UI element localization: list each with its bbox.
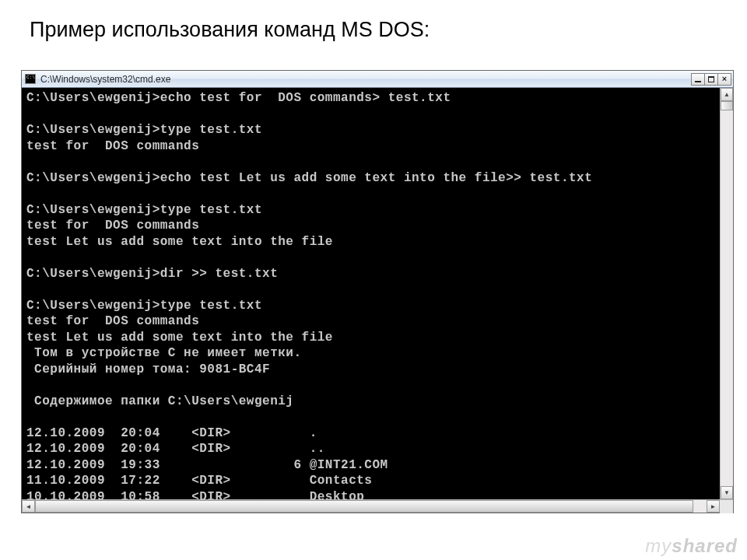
horizontal-scroll-track[interactable] <box>35 500 707 513</box>
watermark: myshared <box>645 535 738 557</box>
vertical-scroll-track[interactable] <box>721 101 733 486</box>
cmd-icon <box>25 74 36 84</box>
vertical-scroll-thumb[interactable] <box>721 101 733 110</box>
scroll-up-button[interactable]: ▲ <box>721 88 733 101</box>
close-button[interactable]: × <box>717 73 731 86</box>
window-title: C:\Windows\system32\cmd.exe <box>40 74 687 85</box>
minimize-button[interactable] <box>691 73 705 86</box>
scroll-right-button[interactable]: ► <box>707 500 720 513</box>
scrollbar-corner <box>720 500 733 513</box>
scroll-down-button[interactable]: ▼ <box>721 486 733 499</box>
window-body: C:\Users\ewgenij>echo test for DOS comma… <box>22 88 733 499</box>
terminal-output[interactable]: C:\Users\ewgenij>echo test for DOS comma… <box>22 88 720 499</box>
horizontal-scroll-thumb[interactable] <box>35 500 693 513</box>
horizontal-scrollbar[interactable]: ◄ ► <box>22 499 733 513</box>
window-controls: × <box>692 73 731 86</box>
scroll-left-button[interactable]: ◄ <box>22 500 35 513</box>
window-titlebar[interactable]: C:\Windows\system32\cmd.exe × <box>22 71 733 88</box>
cmd-window: C:\Windows\system32\cmd.exe × C:\Users\e… <box>21 70 734 513</box>
page-heading: Пример использования команд MS DOS: <box>30 18 430 42</box>
maximize-button[interactable] <box>704 73 718 86</box>
vertical-scrollbar[interactable]: ▲ ▼ <box>720 88 733 499</box>
